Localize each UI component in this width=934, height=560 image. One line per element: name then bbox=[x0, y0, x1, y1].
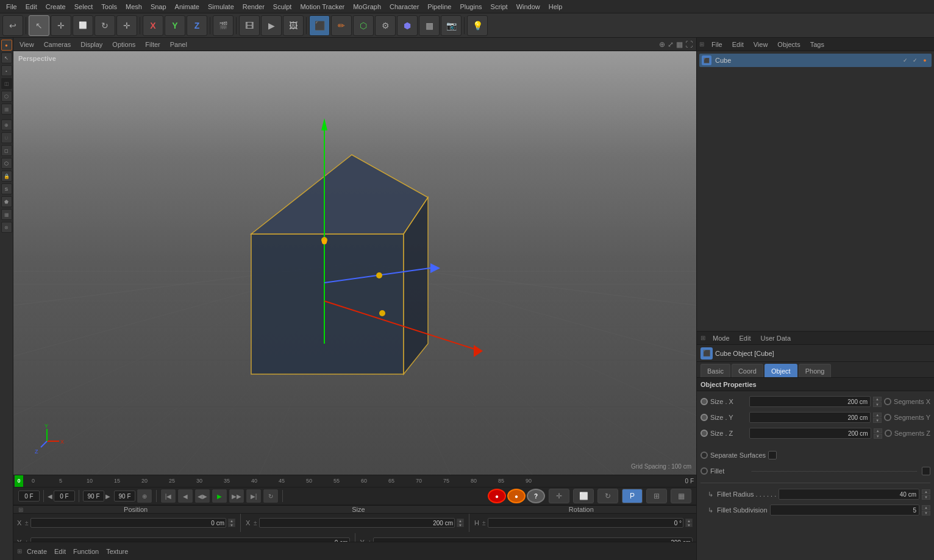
display-menu[interactable]: Display bbox=[78, 40, 105, 49]
size-x-up[interactable]: ▲ bbox=[873, 397, 882, 402]
camera-button[interactable]: 🎬 bbox=[213, 15, 234, 36]
tools-menu[interactable]: Tools bbox=[98, 2, 121, 12]
sidebar-texture-icon[interactable]: ▦ bbox=[1, 209, 12, 220]
edit-mat-menu[interactable]: Edit bbox=[52, 547, 68, 556]
record-button[interactable]: ● bbox=[488, 489, 506, 503]
axis-x-button[interactable]: X bbox=[143, 15, 163, 36]
playback-end-input[interactable] bbox=[114, 491, 135, 502]
go-to-end-button[interactable]: ▶| bbox=[246, 489, 262, 503]
size-x-radio[interactable] bbox=[700, 398, 708, 405]
sidebar-poly-icon[interactable]: ⬡ bbox=[1, 91, 12, 102]
size-x-field[interactable] bbox=[749, 396, 871, 407]
animate-menu[interactable]: Animate bbox=[171, 2, 203, 12]
script-menu[interactable]: Script bbox=[487, 2, 512, 12]
sep-surf-checkbox[interactable] bbox=[768, 451, 777, 459]
key-pos-button[interactable]: P bbox=[622, 489, 643, 503]
psr-xsize-up[interactable]: ▲ bbox=[457, 519, 464, 523]
object-button[interactable]: ⬡ bbox=[353, 15, 374, 36]
position-x-input[interactable] bbox=[30, 518, 227, 528]
motion-tracker-menu[interactable]: Motion Tracker bbox=[296, 2, 348, 12]
psr-x-down[interactable]: ▼ bbox=[228, 523, 235, 527]
paint-button[interactable]: ✏ bbox=[331, 15, 352, 36]
fillet-sub-field[interactable] bbox=[770, 505, 919, 516]
fillet-sub-down[interactable]: ▼ bbox=[922, 511, 930, 516]
mesh-menu[interactable]: Mesh bbox=[122, 2, 146, 12]
size-x-down[interactable]: ▼ bbox=[873, 402, 882, 407]
viewport-layout-icon[interactable]: ▦ bbox=[676, 40, 683, 49]
sidebar-misc-icon[interactable]: ⊗ bbox=[1, 222, 12, 233]
light-button[interactable]: 💡 bbox=[467, 15, 488, 36]
size-y-field[interactable] bbox=[749, 412, 871, 423]
seg-y-radio[interactable] bbox=[884, 414, 891, 421]
sidebar-edges-icon[interactable]: ◫ bbox=[1, 78, 12, 89]
fillet-sub-up[interactable]: ▲ bbox=[922, 505, 930, 510]
key-grid-button[interactable]: ⊞ bbox=[646, 489, 667, 503]
rotate-button[interactable]: ↻ bbox=[94, 15, 115, 36]
playback-end-spinner[interactable]: ⊕ bbox=[137, 489, 152, 503]
plugins-menu[interactable]: Plugins bbox=[456, 2, 485, 12]
edit-om-menu[interactable]: Edit bbox=[730, 40, 746, 49]
rotation-h-input[interactable] bbox=[488, 518, 684, 528]
cube-object-item[interactable]: ⬛ Cube ✓ ✓ ● bbox=[699, 54, 932, 67]
key-all-button[interactable]: ✛ bbox=[549, 489, 569, 503]
camera2-button[interactable]: 📷 bbox=[441, 15, 462, 36]
sidebar-model-icon[interactable]: ◻ bbox=[1, 145, 12, 156]
sculpt-menu[interactable]: Sculpt bbox=[269, 2, 296, 12]
file-menu[interactable]: File bbox=[2, 2, 21, 12]
fillet-radius-field[interactable] bbox=[779, 489, 919, 500]
mograph-menu[interactable]: MoGraph bbox=[349, 2, 385, 12]
start-frame-input[interactable] bbox=[54, 491, 75, 502]
psr-h-down[interactable]: ▼ bbox=[685, 523, 693, 527]
mode-prop-menu[interactable]: Mode bbox=[710, 333, 732, 343]
viewport-3d[interactable]: X Y Z Perspective Grid Spacing : 100 cm bbox=[13, 51, 696, 475]
step-back-button[interactable]: ◀ bbox=[177, 489, 193, 503]
seg-x-radio[interactable] bbox=[884, 398, 891, 405]
move-button[interactable]: ✛ bbox=[51, 15, 71, 36]
size-z-field[interactable] bbox=[749, 428, 871, 439]
sidebar-uvw-icon[interactable]: ▦ bbox=[1, 104, 12, 115]
psr-xsize-down[interactable]: ▼ bbox=[457, 523, 464, 527]
sidebar-sculpt2-icon[interactable]: ⬡ bbox=[1, 158, 12, 169]
key-misc-button[interactable]: ▦ bbox=[671, 489, 691, 503]
sep-surf-radio[interactable] bbox=[700, 452, 708, 459]
render-region-button[interactable]: 🎞 bbox=[239, 15, 260, 36]
userdata-prop-menu[interactable]: User Data bbox=[758, 333, 794, 343]
cameras-menu[interactable]: Cameras bbox=[41, 40, 74, 49]
fillet-checkbox[interactable] bbox=[922, 467, 930, 475]
create-menu[interactable]: Create bbox=[42, 2, 70, 12]
objects-om-menu[interactable]: Objects bbox=[775, 40, 802, 49]
cube-primitive-button[interactable]: ⬛ bbox=[309, 15, 330, 36]
render-menu[interactable]: Render bbox=[239, 2, 268, 12]
tab-basic[interactable]: Basic bbox=[700, 364, 730, 377]
scale-button[interactable]: ⬜ bbox=[73, 15, 93, 36]
select-menu[interactable]: Select bbox=[71, 2, 97, 12]
window-menu[interactable]: Window bbox=[513, 2, 544, 12]
size-y-down[interactable]: ▼ bbox=[873, 418, 882, 423]
snap-menu[interactable]: Snap bbox=[147, 2, 170, 12]
orange-dot-icon[interactable]: ● bbox=[921, 56, 929, 65]
key-rot-button[interactable]: ↻ bbox=[597, 489, 618, 503]
axis-z-button[interactable]: Z bbox=[187, 15, 207, 36]
fillet-radius-up[interactable]: ▲ bbox=[922, 489, 930, 494]
view-menu[interactable]: View bbox=[17, 40, 37, 49]
render-view-button[interactable]: ▶ bbox=[261, 15, 282, 36]
sidebar-move2-icon[interactable]: ⬟ bbox=[1, 196, 12, 207]
psr-h-up[interactable]: ▲ bbox=[685, 519, 693, 523]
fillet-radius-down[interactable]: ▼ bbox=[922, 495, 930, 500]
deformer-button[interactable]: ⬢ bbox=[397, 15, 418, 36]
select-button[interactable]: ↖ bbox=[29, 15, 49, 36]
options-menu[interactable]: Options bbox=[110, 40, 138, 49]
sidebar-object2-icon[interactable]: S bbox=[1, 183, 12, 194]
seg-z-radio[interactable] bbox=[885, 430, 892, 437]
render-picture-button[interactable]: 🖼 bbox=[283, 15, 304, 36]
play-back-button[interactable]: ◀▶ bbox=[194, 489, 210, 503]
sidebar-points-icon[interactable]: • bbox=[1, 65, 12, 76]
function-mat-menu[interactable]: Function bbox=[71, 547, 101, 556]
size-z-radio[interactable] bbox=[700, 430, 708, 437]
character-menu[interactable]: Character bbox=[386, 2, 422, 12]
floor-button[interactable]: ▦ bbox=[419, 15, 440, 36]
viewport-fullscreen-icon[interactable]: ⛶ bbox=[685, 40, 693, 49]
tab-coord[interactable]: Coord bbox=[732, 364, 763, 377]
tags-om-menu[interactable]: Tags bbox=[808, 40, 827, 49]
axis-y-button[interactable]: Y bbox=[165, 15, 185, 36]
